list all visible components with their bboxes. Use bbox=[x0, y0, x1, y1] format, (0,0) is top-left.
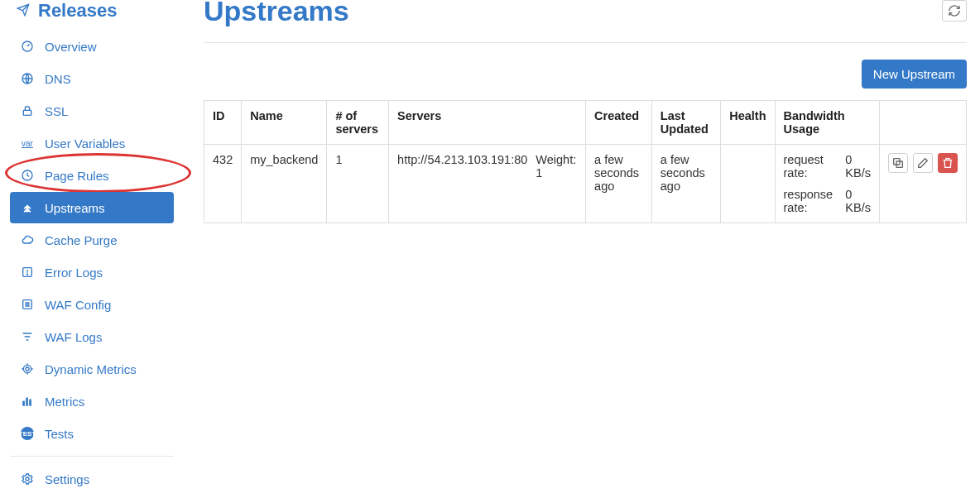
gear-icon bbox=[20, 471, 35, 486]
edit-button[interactable] bbox=[913, 153, 933, 173]
sidebar-item-error-logs[interactable]: Error Logs bbox=[10, 256, 174, 288]
globe-icon bbox=[20, 71, 35, 86]
svg-rect-11 bbox=[30, 400, 31, 405]
sidebar-item-overview[interactable]: Overview bbox=[10, 31, 174, 62]
sidebar-item-cache-purge[interactable]: Cache Purge bbox=[10, 224, 174, 256]
sidebar-item-label: WAF Config bbox=[45, 298, 111, 312]
bw-response-label: response rate: bbox=[784, 188, 836, 214]
sidebar-item-label: User Variables bbox=[45, 136, 125, 151]
sidebar-item-upstreams[interactable]: Upstreams bbox=[10, 192, 174, 223]
sidebar-heading-label: Releases bbox=[38, 0, 117, 22]
svg-rect-10 bbox=[26, 398, 28, 405]
bar-chart-icon bbox=[20, 394, 35, 409]
server-url: http://54.213.103.191:80 bbox=[397, 153, 527, 179]
upstreams-table: ID Name # of servers Servers Created Las… bbox=[204, 100, 967, 223]
table-header-row: ID Name # of servers Servers Created Las… bbox=[204, 101, 967, 145]
col-servers-count: # of servers bbox=[327, 101, 389, 145]
sidebar-item-label: Overview bbox=[45, 40, 97, 54]
cell-servers-count: 1 bbox=[327, 145, 389, 223]
bw-request-value: 0 KB/s bbox=[845, 153, 871, 179]
var-icon: var bbox=[20, 136, 35, 151]
sidebar-item-metrics[interactable]: Metrics bbox=[10, 385, 174, 417]
paper-plane-icon bbox=[17, 0, 30, 22]
sidebar: Releases Overview DNS SSL var User Varia… bbox=[0, 0, 184, 493]
svg-point-8 bbox=[23, 365, 31, 372]
cell-id: 432 bbox=[204, 145, 242, 223]
col-created: Created bbox=[586, 101, 652, 145]
sidebar-items: Overview DNS SSL var User Variables Page… bbox=[10, 31, 174, 449]
col-bandwidth: Bandwidth Usage bbox=[775, 101, 879, 145]
cell-name: my_backend bbox=[242, 145, 327, 223]
list-icon bbox=[20, 297, 35, 312]
radar-icon bbox=[20, 361, 35, 376]
cell-actions bbox=[879, 145, 966, 223]
sidebar-item-tests[interactable]: TEST Tests bbox=[10, 418, 174, 449]
main-content: Upstreams New Upstream ID Name # of serv… bbox=[184, 0, 980, 493]
svg-rect-2 bbox=[23, 110, 31, 115]
server-weight: Weight: 1 bbox=[536, 153, 577, 179]
sidebar-item-label: DNS bbox=[45, 72, 71, 86]
test-badge-icon: TEST bbox=[20, 426, 35, 441]
sidebar-item-user-variables[interactable]: var User Variables bbox=[10, 127, 174, 159]
sidebar-item-label: Page Rules bbox=[45, 169, 109, 183]
copy-icon bbox=[891, 156, 905, 170]
sidebar-item-dynamic-metrics[interactable]: Dynamic Metrics bbox=[10, 353, 174, 385]
sidebar-item-label: Settings bbox=[45, 472, 89, 486]
svg-rect-9 bbox=[23, 401, 25, 405]
trash-icon bbox=[941, 156, 954, 170]
cloud-icon bbox=[20, 232, 35, 247]
svg-point-7 bbox=[26, 367, 29, 371]
bw-response-value: 0 KB/s bbox=[845, 188, 871, 214]
sidebar-item-label: Cache Purge bbox=[45, 233, 118, 247]
filter-icon bbox=[20, 329, 35, 344]
sidebar-heading-releases[interactable]: Releases bbox=[10, 0, 174, 30]
svg-point-12 bbox=[26, 477, 29, 481]
refresh-button[interactable] bbox=[942, 0, 967, 22]
cell-updated: a few seconds ago bbox=[651, 145, 720, 223]
col-health: Health bbox=[721, 101, 775, 145]
edit-icon bbox=[916, 156, 930, 170]
clock-icon bbox=[20, 168, 35, 183]
cell-created: a few seconds ago bbox=[586, 145, 652, 223]
dashboard-icon bbox=[20, 39, 35, 54]
cell-health bbox=[721, 145, 775, 223]
chevrons-up-icon bbox=[20, 200, 35, 215]
sidebar-item-waf-logs[interactable]: WAF Logs bbox=[10, 321, 174, 352]
sidebar-item-ssl[interactable]: SSL bbox=[10, 95, 174, 127]
sidebar-item-label: Upstreams bbox=[45, 201, 105, 215]
col-servers: Servers bbox=[389, 101, 586, 145]
copy-button[interactable] bbox=[888, 153, 908, 173]
refresh-icon bbox=[948, 4, 961, 17]
sidebar-item-label: Metrics bbox=[45, 395, 84, 409]
svg-point-5 bbox=[26, 274, 27, 275]
sidebar-item-waf-config[interactable]: WAF Config bbox=[10, 289, 174, 320]
sidebar-item-page-rules[interactable]: Page Rules bbox=[10, 160, 174, 191]
sidebar-item-label: SSL bbox=[45, 104, 68, 118]
lock-icon bbox=[20, 103, 35, 118]
alert-icon bbox=[20, 265, 35, 280]
col-actions bbox=[879, 101, 966, 145]
delete-button[interactable] bbox=[938, 153, 958, 173]
cell-bandwidth: request rate: response rate: 0 KB/s 0 KB… bbox=[775, 145, 879, 223]
col-updated: Last Updated bbox=[651, 101, 720, 145]
new-upstream-button[interactable]: New Upstream bbox=[862, 60, 967, 89]
col-id: ID bbox=[204, 101, 242, 145]
sidebar-item-label: Dynamic Metrics bbox=[45, 362, 137, 376]
sidebar-item-label: WAF Logs bbox=[45, 330, 102, 344]
sidebar-item-settings[interactable]: Settings bbox=[10, 463, 174, 493]
sidebar-item-label: Error Logs bbox=[45, 266, 103, 280]
table-row: 432 my_backend 1 http://54.213.103.191:8… bbox=[204, 145, 967, 223]
sidebar-divider bbox=[10, 456, 174, 457]
cell-servers: http://54.213.103.191:80 Weight: 1 bbox=[389, 145, 586, 223]
bw-request-label: request rate: bbox=[784, 153, 836, 179]
sidebar-item-label: Tests bbox=[45, 427, 74, 441]
col-name: Name bbox=[242, 101, 327, 145]
page-title: Upstreams bbox=[204, 0, 349, 27]
sidebar-item-dns[interactable]: DNS bbox=[10, 63, 174, 94]
